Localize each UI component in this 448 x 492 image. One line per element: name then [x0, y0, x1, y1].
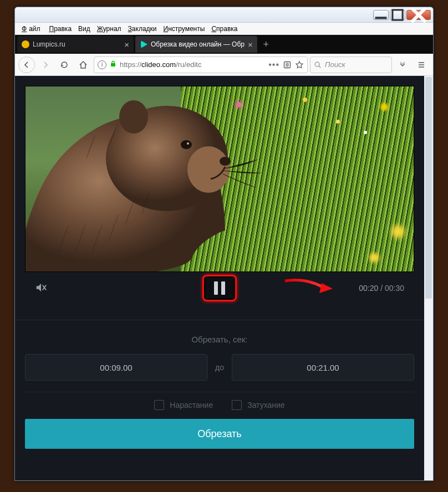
trim-inputs-row: 00:09.00 до 00:21.00: [15, 354, 424, 392]
menu-bar: Файл Правка Вид Журнал Закладки Инструме…: [15, 23, 433, 35]
search-placeholder: Поиск: [325, 60, 345, 69]
search-box[interactable]: Поиск: [310, 57, 392, 73]
video-player-section: 00:20 / 00:30: [15, 76, 424, 314]
url-text: https://clideo.com/ru/editc: [120, 60, 265, 69]
forward-button[interactable]: [37, 57, 54, 73]
svg-rect-1: [393, 9, 403, 19]
total-time: 00:30: [385, 284, 404, 293]
divider: [15, 320, 424, 320]
checkbox-icon: [154, 400, 164, 410]
search-icon: [314, 61, 322, 69]
new-tab-button[interactable]: +: [259, 37, 273, 52]
tracking-protection-icon[interactable]: [283, 60, 292, 69]
tab-close-button[interactable]: ×: [248, 40, 253, 49]
menu-history[interactable]: Журнал: [95, 24, 124, 34]
window-maximize-button[interactable]: [390, 10, 405, 20]
mute-button[interactable]: [35, 281, 47, 295]
address-bar[interactable]: i https://clideo.com/ru/editc •••: [94, 57, 308, 73]
tab-label: Lumpics.ru: [33, 40, 121, 48]
trim-from-input[interactable]: 00:09.00: [25, 354, 207, 381]
checkbox-icon: [232, 400, 242, 410]
trim-to-input[interactable]: 00:21.00: [232, 354, 414, 381]
svg-point-15: [187, 142, 189, 145]
vertical-scrollbar[interactable]: [424, 76, 433, 480]
favicon-lumpics: [22, 40, 29, 48]
scrollbar-thumb[interactable]: [425, 77, 432, 299]
menu-bookmarks[interactable]: Закладки: [126, 24, 159, 34]
favicon-clideo: [140, 40, 147, 48]
svg-line-7: [319, 66, 320, 68]
bookmark-star-icon[interactable]: [295, 60, 304, 69]
app-menu-button[interactable]: [413, 57, 430, 73]
annotation-arrow: [284, 278, 334, 296]
svg-point-12: [119, 100, 148, 134]
home-button[interactable]: [75, 57, 91, 73]
tab-label: Обрезка видео онлайн — Обр: [151, 40, 245, 48]
fade-in-checkbox[interactable]: Нарастание: [154, 400, 213, 410]
browser-window: Файл Правка Вид Журнал Закладки Инструме…: [14, 7, 434, 481]
window-titlebar: [15, 7, 433, 23]
tab-close-button[interactable]: ×: [124, 40, 129, 49]
menu-file[interactable]: Файл: [19, 24, 45, 34]
back-button[interactable]: [18, 57, 35, 73]
content-area: 00:20 / 00:30 Обрезать, сек: 00:09.00 до…: [15, 76, 433, 480]
trim-to-label: до: [215, 363, 224, 372]
video-preview[interactable]: [25, 86, 414, 272]
current-time: 00:20: [359, 284, 378, 293]
fade-out-checkbox[interactable]: Затухание: [232, 400, 284, 410]
video-frame-illustration: [26, 86, 414, 272]
playback-time: 00:20 / 00:30: [359, 284, 404, 293]
toolbar: i https://clideo.com/ru/editc ••• Поиск: [15, 54, 433, 76]
menu-view[interactable]: Вид: [76, 24, 93, 34]
player-controls: 00:20 / 00:30: [25, 272, 414, 304]
tab-lumpics[interactable]: Lumpics.ru ×: [17, 36, 134, 53]
svg-point-6: [315, 62, 319, 66]
trim-section-label: Обрезать, сек:: [15, 326, 424, 354]
trim-button[interactable]: Обрезать: [25, 419, 414, 449]
window-close-button[interactable]: [406, 10, 431, 20]
fade-in-label: Нарастание: [170, 401, 213, 409]
overflow-button[interactable]: [394, 57, 411, 73]
tab-bar: Lumpics.ru × Обрезка видео онлайн — Обр …: [15, 35, 433, 54]
svg-point-14: [181, 140, 192, 149]
menu-help[interactable]: Справка: [209, 24, 240, 34]
pause-button[interactable]: [202, 275, 237, 301]
trim-button-label: Обрезать: [197, 428, 241, 440]
page-actions-icon[interactable]: •••: [268, 60, 279, 70]
tab-clideo[interactable]: Обрезка видео онлайн — Обр ×: [135, 36, 257, 53]
effects-row: Нарастание Затухание: [25, 392, 414, 413]
menu-tools[interactable]: Инструменты: [161, 24, 207, 34]
site-info-icon[interactable]: i: [98, 60, 106, 69]
svg-rect-4: [111, 63, 115, 66]
window-minimize-button[interactable]: [373, 10, 389, 20]
lock-icon: [110, 60, 116, 69]
svg-point-16: [220, 157, 231, 166]
page-body: 00:20 / 00:30 Обрезать, сек: 00:09.00 до…: [15, 76, 424, 480]
fade-out-label: Затухание: [247, 401, 284, 409]
reload-button[interactable]: [56, 57, 73, 73]
menu-edit[interactable]: Правка: [47, 24, 74, 34]
